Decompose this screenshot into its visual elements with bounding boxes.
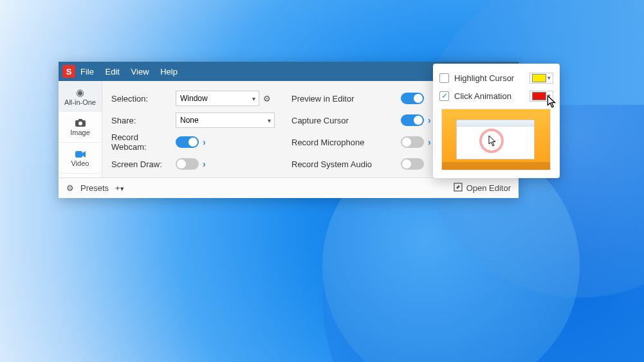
selection-dropdown[interactable]: Window — [176, 91, 259, 106]
click-animation-preview — [441, 109, 551, 170]
tab-label: Image — [70, 129, 90, 136]
tab-label: Video — [71, 159, 89, 167]
click-animation-color-picker[interactable]: ▾ — [529, 91, 553, 102]
capture-cursor-toggle[interactable] — [401, 114, 424, 126]
presets-add-button[interactable]: +▾ — [115, 183, 124, 193]
footer-bar: ⚙ Presets +▾ Open Editor — [59, 177, 519, 198]
chevron-down-icon: ▾ — [547, 75, 551, 81]
tab-all-in-one[interactable]: ◉ All-in-One — [59, 81, 102, 112]
menu-view[interactable]: View — [131, 67, 149, 77]
capture-cursor-more-icon[interactable]: › — [428, 115, 431, 125]
open-editor-icon[interactable] — [454, 183, 463, 194]
highlight-cursor-color-picker[interactable]: ▾ — [529, 73, 553, 84]
svg-rect-3 — [75, 151, 82, 158]
click-animation-checkbox[interactable] — [439, 91, 449, 101]
selection-gear-icon[interactable]: ⚙ — [263, 94, 271, 104]
record-microphone-more-icon[interactable]: › — [428, 137, 431, 147]
highlight-cursor-checkbox[interactable] — [439, 73, 449, 83]
record-system-audio-label: Record System Audio — [291, 159, 401, 169]
screen-draw-toggle[interactable] — [176, 158, 199, 170]
tab-video[interactable]: Video — [59, 143, 102, 174]
tab-image[interactable]: Image — [59, 112, 102, 143]
svg-point-2 — [78, 122, 82, 125]
record-webcam-more-icon[interactable]: › — [203, 137, 206, 147]
presets-gear-icon[interactable]: ⚙ — [66, 183, 74, 193]
menu-help[interactable]: Help — [160, 67, 178, 77]
share-label: Share: — [111, 116, 176, 125]
svg-rect-1 — [78, 119, 82, 121]
record-webcam-label: Record Webcam: — [111, 132, 176, 152]
share-dropdown[interactable]: None — [176, 113, 275, 128]
menu-file[interactable]: File — [80, 67, 94, 77]
presets-label[interactable]: Presets — [80, 183, 109, 193]
app-logo: S — [62, 65, 75, 78]
camera-icon — [75, 118, 86, 129]
menu-edit[interactable]: Edit — [106, 67, 120, 77]
selection-label: Selection: — [111, 94, 176, 104]
highlight-cursor-swatch — [532, 74, 546, 82]
cursor-options-popover: Highlight Cursor ▾ Click Animation ▾ — [433, 64, 560, 178]
highlight-cursor-label: Highlight Cursor — [454, 73, 514, 83]
record-system-audio-toggle[interactable] — [401, 158, 424, 170]
tab-label: All-in-One — [64, 98, 96, 106]
menu-bar: File Edit View Help — [80, 67, 187, 77]
screen-draw-more-icon[interactable]: › — [203, 159, 206, 169]
record-microphone-toggle[interactable] — [401, 136, 424, 148]
open-editor-button[interactable]: Open Editor — [466, 183, 511, 193]
capture-cursor-label: Capture Cursor — [291, 116, 401, 125]
cursor-icon — [488, 135, 497, 149]
capture-type-tabs: ◉ All-in-One Image Video — [59, 81, 102, 177]
preview-editor-toggle[interactable] — [401, 93, 424, 104]
preview-editor-label: Preview in Editor — [291, 94, 401, 104]
click-animation-label: Click Animation — [454, 91, 511, 101]
record-microphone-label: Record Microphone — [291, 138, 401, 147]
record-webcam-toggle[interactable] — [176, 136, 199, 148]
video-icon — [75, 149, 86, 159]
click-animation-swatch — [532, 92, 546, 100]
screen-draw-label: Screen Draw: — [111, 159, 176, 169]
chevron-down-icon: ▾ — [547, 93, 551, 99]
target-icon: ◉ — [76, 87, 84, 98]
